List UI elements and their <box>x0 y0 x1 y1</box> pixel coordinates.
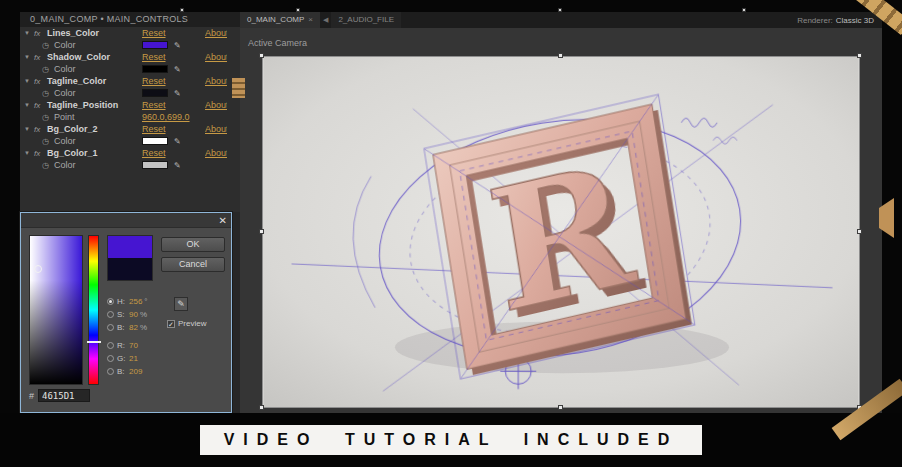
field-green: G: 21 <box>107 352 140 364</box>
point-value[interactable]: 960.0,699.0 <box>142 112 190 122</box>
field-value[interactable]: 90 <box>129 310 138 319</box>
twirl-down-icon[interactable]: ▼ <box>24 30 34 36</box>
eyedropper-button[interactable]: ✎ <box>174 297 188 311</box>
tab-scroll-arrow-icon[interactable]: ◀ <box>320 16 331 24</box>
selection-handle[interactable] <box>857 229 862 234</box>
about-link[interactable]: About <box>205 76 227 86</box>
effect-name[interactable]: Bg_Color_1 <box>47 148 98 158</box>
eyedropper-icon[interactable]: ✎ <box>174 161 181 170</box>
twirl-down-icon[interactable]: ▼ <box>24 102 34 108</box>
reset-link[interactable]: Reset <box>142 28 166 38</box>
tab-main-comp[interactable]: 0_MAIN_COMP× <box>240 12 320 28</box>
stopwatch-icon[interactable]: ◷ <box>42 65 54 74</box>
field-value[interactable]: 70 <box>129 341 138 350</box>
color-swatch[interactable] <box>142 41 168 49</box>
param-row: ◷ Color ✎ <box>20 63 240 75</box>
preview-checkbox[interactable]: ✓ <box>167 320 175 328</box>
fx-effect-icon: fx <box>34 149 47 158</box>
field-unit: % <box>140 310 147 319</box>
selection-handle[interactable] <box>259 405 264 410</box>
stopwatch-icon[interactable]: ◷ <box>42 89 54 98</box>
param-label: Point <box>54 112 75 122</box>
effect-name[interactable]: Tagline_Color <box>47 76 106 86</box>
eyedropper-icon[interactable]: ✎ <box>174 41 181 50</box>
color-swatch[interactable] <box>142 65 168 73</box>
fx-effect-icon: fx <box>34 53 47 62</box>
effect-controls-panel: 0_MAIN_COMP • MAIN_CONTROLS ▼ fx Lines_C… <box>20 12 240 212</box>
cancel-button[interactable]: Cancel <box>161 257 225 272</box>
hue-slider-marker[interactable] <box>87 341 101 343</box>
radio-icon[interactable] <box>107 324 114 331</box>
radio-icon[interactable] <box>107 355 114 362</box>
effect-name[interactable]: Bg_Color_2 <box>47 124 98 134</box>
reset-link[interactable]: Reset <box>142 124 166 134</box>
effect-name[interactable]: Tagline_Position <box>47 100 118 110</box>
effect-name[interactable]: Shadow_Color <box>47 52 110 62</box>
field-value[interactable]: 209 <box>129 367 142 376</box>
composition-viewer: 0_MAIN_COMP× ◀ 2_AUDIO_FILE Renderer:Cla… <box>240 12 882 413</box>
selection-handle[interactable] <box>558 405 563 410</box>
color-swatch[interactable] <box>142 137 168 145</box>
field-value[interactable]: 256 <box>129 297 142 306</box>
tab-audio-file[interactable]: 2_AUDIO_FILE <box>331 12 401 28</box>
field-brightness: B: 82 % <box>107 321 147 333</box>
saturation-brightness-field[interactable] <box>29 235 83 385</box>
reset-link[interactable]: Reset <box>142 100 166 110</box>
eyedropper-icon[interactable]: ✎ <box>174 137 181 146</box>
hue-slider[interactable] <box>88 235 99 385</box>
effect-row-tagline-color: ▼ fx Tagline_Color Reset About <box>20 75 240 87</box>
param-label: Color <box>54 136 76 146</box>
comp-image: R R <box>263 57 859 407</box>
about-link[interactable]: About <box>205 52 227 62</box>
radio-icon[interactable] <box>107 368 114 375</box>
radio-icon[interactable] <box>107 342 114 349</box>
radio-icon[interactable] <box>107 298 114 305</box>
color-cursor[interactable] <box>34 265 42 273</box>
preview-label: Preview <box>178 319 206 328</box>
tab-label: 2_AUDIO_FILE <box>338 15 394 24</box>
banner-text: VIDEO TUTORIAL INCLUDED <box>224 431 679 448</box>
twirl-down-icon[interactable]: ▼ <box>24 54 34 60</box>
about-link[interactable]: About <box>205 100 227 110</box>
renderer-value[interactable]: Classic 3D <box>836 16 874 25</box>
dialog-titlebar[interactable]: ✕ <box>21 213 231 228</box>
param-label: Color <box>54 160 76 170</box>
stopwatch-icon[interactable]: ◷ <box>42 41 54 50</box>
ok-button[interactable]: OK <box>161 237 225 252</box>
effect-name[interactable]: Lines_Color <box>47 28 99 38</box>
tab-label: 0_MAIN_COMP <box>247 15 304 24</box>
color-swatch[interactable] <box>142 161 168 169</box>
selection-handle[interactable] <box>259 53 264 58</box>
twirl-down-icon[interactable]: ▼ <box>24 150 34 156</box>
reset-link[interactable]: Reset <box>142 148 166 158</box>
color-swatch[interactable] <box>142 89 168 97</box>
selection-handle[interactable] <box>558 53 563 58</box>
selection-handle[interactable] <box>259 229 264 234</box>
tab-close-icon[interactable]: × <box>308 15 313 24</box>
field-value[interactable]: 21 <box>129 354 138 363</box>
about-link[interactable]: About <box>205 148 227 158</box>
field-value[interactable]: 82 <box>129 323 138 332</box>
twirl-down-icon[interactable]: ▼ <box>24 78 34 84</box>
effect-row-tagline-position: ▼ fx Tagline_Position Reset About <box>20 99 240 111</box>
eyedropper-icon[interactable]: ✎ <box>174 65 181 74</box>
reset-link[interactable]: Reset <box>142 76 166 86</box>
stopwatch-icon[interactable]: ◷ <box>42 137 54 146</box>
radio-icon[interactable] <box>107 311 114 318</box>
eyedropper-icon[interactable]: ✎ <box>174 89 181 98</box>
twirl-down-icon[interactable]: ▼ <box>24 126 34 132</box>
stopwatch-icon[interactable]: ◷ <box>42 161 54 170</box>
viewer-tabbar: 0_MAIN_COMP× ◀ 2_AUDIO_FILE Renderer:Cla… <box>240 12 882 28</box>
banner-box: VIDEO TUTORIAL INCLUDED <box>200 425 703 455</box>
hex-field-row: # 4615D1 <box>29 389 90 402</box>
close-icon[interactable]: ✕ <box>219 214 227 227</box>
selection-handle[interactable] <box>857 53 862 58</box>
about-link[interactable]: About <box>205 28 227 38</box>
field-blue: B: 209 <box>107 365 144 377</box>
field-unit: ° <box>144 297 147 306</box>
about-link[interactable]: About <box>205 124 227 134</box>
hex-input[interactable]: 4615D1 <box>38 389 90 402</box>
field-label: H: <box>117 297 129 306</box>
stopwatch-icon[interactable]: ◷ <box>42 113 54 122</box>
reset-link[interactable]: Reset <box>142 52 166 62</box>
